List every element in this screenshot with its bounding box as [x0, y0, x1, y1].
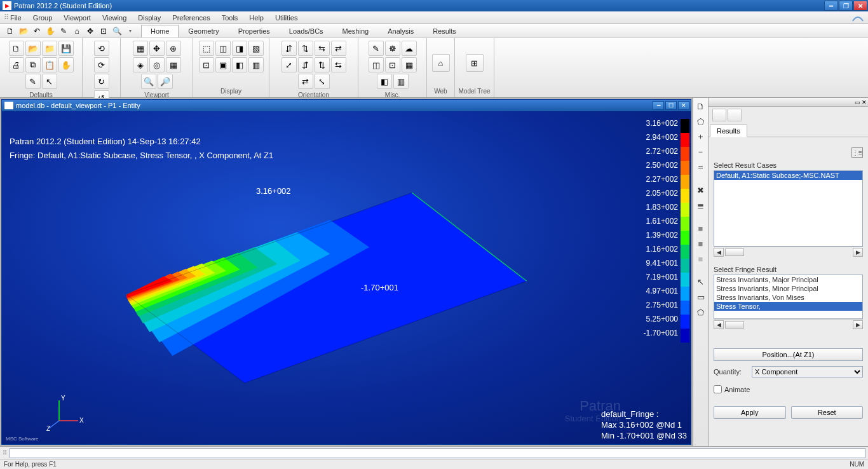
misc8-icon[interactable]: ▥	[393, 74, 409, 89]
st-shape-icon[interactable]: ⬠	[695, 116, 707, 127]
st-box2-icon[interactable]: ■	[695, 238, 707, 249]
misc4-icon[interactable]: ◫	[369, 57, 384, 72]
panel-tool1[interactable]	[712, 109, 726, 121]
menu-help[interactable]: Help	[249, 14, 264, 22]
or8-icon[interactable]: ⇆	[331, 57, 346, 72]
ribbon-tab-properties[interactable]: Properties	[229, 25, 280, 37]
tree-icon[interactable]: ⊞	[466, 54, 484, 72]
disp3-icon[interactable]: ◨	[232, 41, 247, 56]
pan-icon[interactable]: ✋	[58, 57, 74, 72]
reset-button[interactable]: Reset	[791, 406, 864, 419]
menu-file[interactable]: File	[10, 14, 22, 22]
panel-restore-icon[interactable]: ▭	[855, 99, 860, 105]
menu-preferences[interactable]: Preferences	[172, 14, 210, 22]
vp-maximize-button[interactable]: ☐	[665, 101, 677, 110]
search-icon[interactable]: 🔍	[111, 25, 123, 37]
or4-icon[interactable]: ⇄	[331, 41, 346, 56]
or9-icon[interactable]: ⇄	[298, 74, 313, 89]
close-db-icon[interactable]: 📁	[42, 41, 57, 56]
or6-icon[interactable]: ⇵	[298, 57, 313, 72]
cursor-icon[interactable]: ↖	[42, 74, 57, 89]
vp7-icon[interactable]: 🔍	[141, 74, 156, 89]
disp8-icon[interactable]: ▥	[248, 57, 264, 72]
scroll-right-icon[interactable]: ▶	[853, 248, 863, 257]
animate-checkbox[interactable]	[714, 385, 722, 393]
vp6-icon[interactable]: ▦	[166, 57, 181, 72]
vp1-icon[interactable]: ▦	[133, 41, 148, 56]
or1-icon[interactable]: ⇵	[281, 41, 297, 56]
fringe-result-list[interactable]: Stress Invariants, Major PrincipalStress…	[714, 275, 863, 319]
dropdown-icon[interactable]: ▾	[124, 25, 137, 37]
st-minus-icon[interactable]: －	[695, 146, 707, 158]
ribbon-tab-results[interactable]: Results	[423, 25, 466, 37]
st-poly-icon[interactable]: ⬠	[695, 306, 707, 318]
menu-tools[interactable]: Tools	[222, 14, 238, 22]
undo-icon[interactable]: ↶	[31, 25, 43, 37]
st-box3-icon[interactable]: ■	[695, 253, 707, 264]
hand-icon[interactable]: ✋	[44, 25, 57, 37]
st-equal-icon[interactable]: ＝	[695, 161, 707, 173]
scroll-thumb[interactable]	[725, 321, 744, 329]
ribbon-tab-home[interactable]: Home	[141, 25, 179, 37]
scroll-left-icon[interactable]: ◀	[714, 320, 724, 329]
pencil2-icon[interactable]: ✎	[25, 74, 41, 89]
st-cross-icon[interactable]: ✖	[695, 184, 707, 196]
panel-tab-results[interactable]: Results	[710, 125, 747, 137]
misc1-icon[interactable]: ✎	[369, 41, 384, 56]
menu-group[interactable]: Group	[33, 14, 53, 22]
cases-scrollbar[interactable]: ◀ ▶	[714, 247, 863, 257]
disp5-icon[interactable]: ⊡	[199, 57, 214, 72]
st-page-icon[interactable]: 🗋	[695, 100, 707, 112]
disp7-icon[interactable]: ◧	[232, 57, 247, 72]
or7-icon[interactable]: ⇅	[315, 57, 330, 72]
panel-tool2[interactable]	[728, 109, 742, 121]
pencil-icon[interactable]: ✎	[57, 25, 70, 37]
or10-icon[interactable]: ⤡	[315, 74, 330, 89]
st-plus-icon[interactable]: ＋	[695, 131, 707, 142]
save-icon[interactable]: 💾	[58, 41, 74, 56]
st-filter-icon[interactable]: ≣	[695, 200, 707, 211]
st-box1-icon[interactable]: ■	[695, 222, 707, 234]
misc6-icon[interactable]: ▦	[402, 57, 417, 72]
open-db-icon[interactable]: 📂	[25, 41, 41, 56]
disp1-icon[interactable]: ⬚	[199, 41, 214, 56]
vp5-icon[interactable]: ◎	[149, 57, 165, 72]
misc5-icon[interactable]: ⊡	[385, 57, 400, 72]
vp4-icon[interactable]: ◈	[133, 57, 148, 72]
rotate1-icon[interactable]: ⟲	[94, 41, 109, 56]
quantity-select[interactable]: X Component	[752, 366, 863, 377]
ribbon-tab-meshing[interactable]: Meshing	[333, 25, 379, 37]
or3-icon[interactable]: ⇆	[315, 41, 330, 56]
list-item[interactable]: Stress Invariants, Minor Principal	[714, 284, 862, 293]
minimize-button[interactable]: ━	[824, 1, 838, 11]
or2-icon[interactable]: ⇅	[298, 41, 313, 56]
menu-utilities[interactable]: Utilities	[275, 14, 297, 22]
scroll-left-icon[interactable]: ◀	[714, 248, 724, 257]
result-cases-list[interactable]: Default, A1:Static Subcase;-MSC.NAST	[714, 170, 863, 247]
fringe-scrollbar[interactable]: ◀ ▶	[714, 319, 863, 329]
or5-icon[interactable]: ⤢	[281, 57, 297, 72]
print-icon[interactable]: 🖨	[9, 57, 24, 72]
misc2-icon[interactable]: ☸	[385, 41, 400, 56]
rotate3-icon[interactable]: ↻	[94, 74, 109, 89]
list-item[interactable]: Stress Tensor,	[714, 302, 862, 311]
new-db-icon[interactable]: 🗋	[9, 41, 24, 56]
move-icon[interactable]: ✥	[84, 25, 97, 37]
close-button[interactable]: ✕	[853, 1, 867, 11]
disp6-icon[interactable]: ▣	[215, 57, 231, 72]
st-rect-icon[interactable]: ▭	[695, 291, 707, 302]
panel-close-icon[interactable]: ✕	[862, 99, 867, 105]
rotate2-icon[interactable]: ⟳	[94, 57, 109, 72]
vp3-icon[interactable]: ⊕	[166, 41, 181, 56]
ribbon-tab-analysis[interactable]: Analysis	[378, 25, 423, 37]
find-icon[interactable]: ⊡	[97, 25, 110, 37]
scroll-thumb[interactable]	[725, 248, 744, 256]
command-input[interactable]	[10, 448, 865, 458]
apply-button[interactable]: Apply	[714, 406, 786, 419]
tree-icon[interactable]: ⌂	[71, 25, 83, 37]
menu-viewport[interactable]: Viewport	[64, 14, 91, 22]
disp4-icon[interactable]: ▧	[248, 41, 264, 56]
misc7-icon[interactable]: ◧	[377, 74, 392, 89]
disp2-icon[interactable]: ◫	[215, 41, 231, 56]
list-item[interactable]: Stress Invariants, Von Mises	[714, 293, 862, 302]
